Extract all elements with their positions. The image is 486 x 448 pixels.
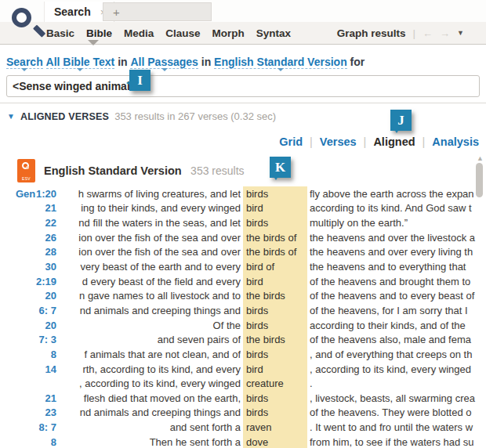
verse-reference[interactable]: 7: 3 (0, 334, 56, 345)
verse-match[interactable]: bird (243, 362, 307, 377)
verse-reference[interactable]: 20 (0, 290, 56, 302)
verse-row[interactable]: 20 n gave names to all livestock and to … (0, 288, 486, 303)
verse-match[interactable]: birds (243, 186, 307, 201)
toolbar-right-group: Graph results | ← → ▼ (337, 27, 464, 39)
version-name[interactable]: English Standard Version (44, 164, 182, 177)
search-dropdown-link[interactable]: Search (6, 56, 43, 69)
results-area: ESV English Standard Version 353 results… (0, 155, 486, 448)
graph-results-button[interactable]: Graph results (337, 27, 406, 39)
verse-row[interactable]: 21 ing to their kinds, and every winged … (0, 201, 486, 216)
verse-right-context: of the heavens also, male and fema (310, 334, 486, 345)
verse-match[interactable]: bird of (243, 259, 307, 274)
view-verses-link[interactable]: Verses (320, 135, 357, 148)
verse-reference[interactable]: 23 (0, 406, 56, 418)
criteria-word-for: for (350, 56, 365, 68)
verse-ref: 28 (45, 246, 56, 258)
verse-row[interactable]: 22 nd fill the waters in the seas, and l… (0, 215, 486, 230)
verse-reference[interactable]: 8 (0, 349, 56, 360)
verse-match[interactable]: birds (243, 406, 307, 421)
kind-basic[interactable]: Basic (46, 27, 74, 39)
verse-row[interactable]: 23 nd animals and creeping things and bi… (0, 406, 486, 421)
verse-reference[interactable]: 21 (0, 202, 56, 214)
verse-reference[interactable]: 21 (0, 392, 56, 404)
verse-row[interactable]: , according to its kind, every winged cr… (0, 376, 486, 391)
verse-left-context: and seven pairs of (59, 334, 241, 345)
verse-match[interactable]: creature (243, 376, 307, 391)
verse-right-context: from him, to see if the waters had su (310, 436, 486, 448)
verse-row[interactable]: 30 very beast of the earth and to every … (0, 259, 486, 274)
verse-reference[interactable]: Gen 1:20 (0, 188, 56, 200)
view-aligned-link[interactable]: Aligned (373, 135, 415, 148)
kind-media[interactable]: Media (124, 27, 154, 39)
verse-right-context: according to their kinds, and of the (310, 320, 486, 331)
verse-row[interactable]: 7: 3 and seven pairs of the birds of the… (0, 332, 486, 347)
verse-row[interactable]: 14 rth, according to its kind, and every… (0, 362, 486, 377)
verse-left-context: Then he sent forth a (59, 436, 241, 448)
verse-match[interactable]: bird (243, 201, 307, 216)
verse-row[interactable]: 8 Then he sent forth a dove from him, to… (0, 435, 486, 448)
verse-row[interactable]: Gen 1:20 h swarms of living creatures, a… (0, 186, 486, 201)
verse-row[interactable]: 21 flesh died that moved on the earth, b… (0, 391, 486, 406)
active-kind-notch-icon (88, 40, 99, 45)
verse-match[interactable]: dove (243, 435, 307, 448)
verse-reference[interactable]: 8: 7 (0, 421, 56, 433)
version-header: English Standard Version 353 results (44, 164, 245, 178)
verse-reference[interactable]: 8 (0, 436, 56, 448)
verse-reference[interactable]: 20 (0, 320, 56, 331)
verse-row[interactable]: 6: 7 nd animals and creeping things and … (0, 303, 486, 318)
verse-reference[interactable]: 2:19 (0, 276, 56, 287)
verse-left-context: f animals that are not clean, and of (59, 349, 241, 360)
scrollbar-up-icon[interactable]: ▲ (477, 155, 484, 162)
verse-row[interactable]: 26 ion over the fish of the sea and over… (0, 230, 486, 245)
verse-reference[interactable]: 28 (0, 246, 56, 258)
verse-reference[interactable]: 26 (0, 232, 56, 244)
verse-match[interactable]: raven (243, 420, 307, 435)
forward-arrow-icon[interactable]: → (440, 27, 450, 39)
panel-menu-caret-icon[interactable]: ▼ (457, 29, 464, 37)
verse-reference[interactable]: 30 (0, 261, 56, 273)
new-tab-icon[interactable]: + (113, 5, 120, 19)
verse-list: Gen 1:20 h swarms of living creatures, a… (0, 186, 486, 448)
verse-row[interactable]: 20 Of the birds according to their kinds… (0, 318, 486, 333)
verse-row[interactable]: 8 f animals that are not clean, and of b… (0, 347, 486, 362)
collapse-section-icon[interactable]: ▼ (7, 112, 15, 121)
back-arrow-icon[interactable]: ← (423, 27, 433, 39)
verse-match[interactable]: the birds (243, 332, 307, 347)
verse-reference[interactable]: 6: 7 (0, 305, 56, 316)
tab-strip: Search × + (0, 0, 486, 22)
verse-match[interactable]: birds (243, 215, 307, 230)
verse-match[interactable]: the birds of (243, 230, 307, 245)
field-dropdown-link[interactable]: All Bible Text (46, 56, 115, 69)
verse-match[interactable]: the birds of (243, 245, 307, 260)
verse-match[interactable]: birds (243, 318, 307, 333)
view-grid-link[interactable]: Grid (279, 135, 303, 148)
verse-match[interactable]: birds (243, 347, 307, 362)
search-query-input[interactable] (6, 75, 480, 97)
verse-left-context: nd animals and creeping things and (59, 305, 241, 316)
view-analysis-link[interactable]: Analysis (432, 135, 479, 148)
verse-match[interactable]: the birds (243, 288, 307, 303)
verse-left-context: h swarms of living creatures, and let (59, 188, 241, 200)
callout-marker-j: J (390, 110, 412, 131)
verse-reference[interactable]: 14 (0, 363, 56, 375)
verse-match[interactable]: birds (243, 391, 307, 406)
verse-reference[interactable]: 22 (0, 217, 56, 229)
range-dropdown-link[interactable]: All Passages (130, 56, 198, 69)
verse-right-context: , according to its kind, every winged (310, 363, 486, 375)
verse-match[interactable]: bird (243, 274, 307, 289)
kind-morph[interactable]: Morph (212, 27, 245, 39)
kind-clause[interactable]: Clause (165, 27, 200, 39)
verse-left-context: Of the (59, 320, 241, 331)
verse-row[interactable]: 28 ion over the fish of the sea and over… (0, 245, 486, 260)
verse-row[interactable]: 2:19 d every beast of the field and ever… (0, 274, 486, 289)
kind-syntax[interactable]: Syntax (256, 27, 291, 39)
view-links-separator: | (310, 135, 313, 148)
verse-row[interactable]: 8: 7 and sent forth a raven . It went to… (0, 420, 486, 435)
verse-match[interactable]: birds (243, 303, 307, 318)
kind-bible[interactable]: Bible (86, 27, 112, 39)
version-dropdown-link[interactable]: English Standard Version (214, 56, 347, 69)
verse-right-context: of the heavens. They were blotted o (310, 406, 486, 418)
new-tab-area[interactable]: + (103, 2, 212, 21)
verse-book: Gen (16, 188, 35, 200)
verse-ref: 30 (45, 261, 56, 273)
